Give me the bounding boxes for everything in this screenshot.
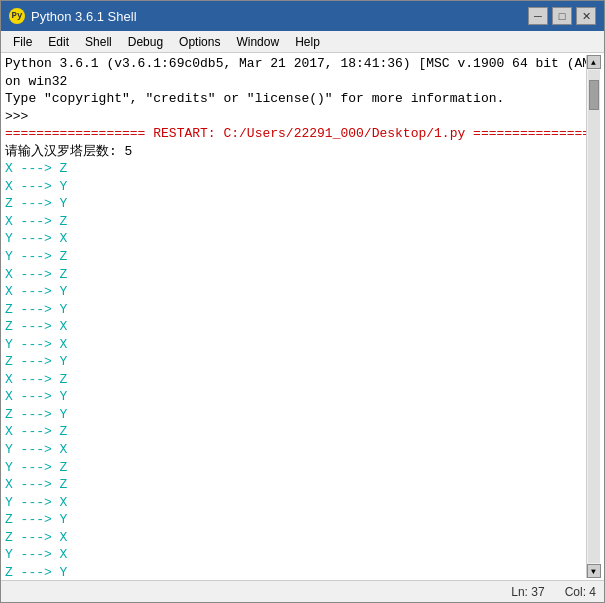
- shell-line: Z ---> X: [5, 529, 586, 547]
- menu-shell[interactable]: Shell: [77, 33, 120, 51]
- shell-area[interactable]: Python 3.6.1 (v3.6.1:69c0db5, Mar 21 201…: [1, 53, 604, 580]
- menu-window[interactable]: Window: [228, 33, 287, 51]
- shell-line: X ---> Y: [5, 388, 586, 406]
- shell-line: X ---> Z: [5, 371, 586, 389]
- shell-line: Y ---> Z: [5, 459, 586, 477]
- shell-line: Y ---> X: [5, 494, 586, 512]
- shell-line: Z ---> X: [5, 318, 586, 336]
- menu-options[interactable]: Options: [171, 33, 228, 51]
- python-shell-window: Py Python 3.6.1 Shell ─ □ ✕ File Edit Sh…: [0, 0, 605, 603]
- shell-line: Y ---> Z: [5, 248, 586, 266]
- shell-line: Z ---> Y: [5, 353, 586, 371]
- status-col: Col: 4: [565, 585, 596, 599]
- shell-line: Z ---> Y: [5, 195, 586, 213]
- shell-line: Z ---> Y: [5, 406, 586, 424]
- shell-line: Z ---> Y: [5, 564, 586, 578]
- shell-line: X ---> Z: [5, 160, 586, 178]
- window-title: Python 3.6.1 Shell: [31, 9, 528, 24]
- shell-line: Z ---> Y: [5, 301, 586, 319]
- shell-line: X ---> Z: [5, 213, 586, 231]
- shell-prompt: >>>: [5, 108, 586, 126]
- shell-line: Type "copyright", "credits" or "license(…: [5, 90, 586, 108]
- shell-line: on win32: [5, 73, 586, 91]
- shell-line: Z ---> Y: [5, 511, 586, 529]
- shell-line: Y ---> X: [5, 230, 586, 248]
- maximize-button[interactable]: □: [552, 7, 572, 25]
- menu-help[interactable]: Help: [287, 33, 328, 51]
- menu-debug[interactable]: Debug: [120, 33, 171, 51]
- status-line: Ln: 37: [511, 585, 544, 599]
- shell-line: X ---> Y: [5, 283, 586, 301]
- scroll-thumb[interactable]: [589, 80, 599, 110]
- menu-edit[interactable]: Edit: [40, 33, 77, 51]
- title-bar-buttons: ─ □ ✕: [528, 7, 596, 25]
- shell-line: X ---> Z: [5, 266, 586, 284]
- shell-restart: ================== RESTART: C:/Users/222…: [5, 125, 586, 143]
- shell-line: X ---> Y: [5, 178, 586, 196]
- shell-line: X ---> Z: [5, 423, 586, 441]
- menu-bar: File Edit Shell Debug Options Window Hel…: [1, 31, 604, 53]
- scrollbar[interactable]: ▲ ▼: [586, 55, 600, 578]
- minimize-button[interactable]: ─: [528, 7, 548, 25]
- shell-line: Y ---> X: [5, 546, 586, 564]
- app-icon: Py: [9, 8, 25, 24]
- scroll-track[interactable]: [588, 70, 600, 563]
- scroll-down-button[interactable]: ▼: [587, 564, 601, 578]
- menu-file[interactable]: File: [5, 33, 40, 51]
- shell-content: Python 3.6.1 (v3.6.1:69c0db5, Mar 21 201…: [5, 55, 586, 578]
- status-bar: Ln: 37 Col: 4: [1, 580, 604, 602]
- shell-line: Y ---> X: [5, 441, 586, 459]
- shell-input-prompt: 请输入汉罗塔层数: 5: [5, 143, 586, 161]
- shell-line: X ---> Z: [5, 476, 586, 494]
- shell-line: Y ---> X: [5, 336, 586, 354]
- close-button[interactable]: ✕: [576, 7, 596, 25]
- scroll-up-button[interactable]: ▲: [587, 55, 601, 69]
- title-bar: Py Python 3.6.1 Shell ─ □ ✕: [1, 1, 604, 31]
- shell-line: Python 3.6.1 (v3.6.1:69c0db5, Mar 21 201…: [5, 55, 586, 73]
